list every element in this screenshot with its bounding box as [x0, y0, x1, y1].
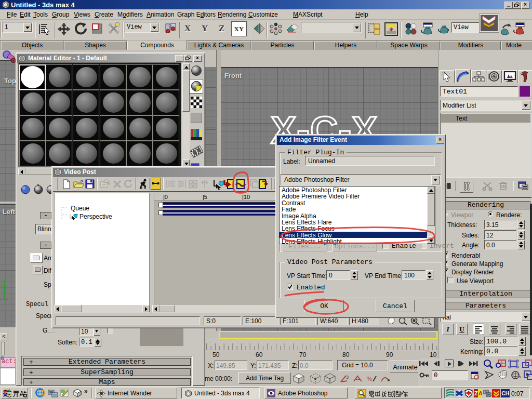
svg-text:CH: CH — [502, 391, 509, 396]
svg-text:Z: Z — [474, 390, 478, 396]
svg-text:%: % — [367, 376, 372, 382]
svg-text:3: 3 — [346, 375, 349, 380]
svg-text:A: A — [478, 390, 482, 396]
